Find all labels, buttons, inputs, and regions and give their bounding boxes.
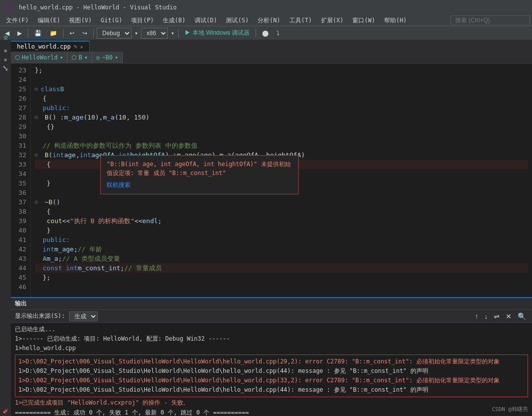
redo-btn[interactable]: ↪ — [79, 29, 90, 38]
tab-label: hello_world.cpp — [17, 43, 70, 50]
nav-member-icon: ⬡ — [71, 54, 76, 61]
nav-scope-dropdown[interactable]: ◎ ~B0 ▾ — [92, 52, 123, 63]
output-source-label: 显示输出来源(S): — [15, 312, 65, 320]
left-sidebar: 器 ⚙ ≡ 🔧 📌 — [0, 40, 11, 416]
step-btn[interactable]: ⤵ — [273, 29, 282, 38]
run-button[interactable]: ▶ 本地 Windows 调试器 — [182, 28, 253, 38]
open-btn[interactable]: 📁 — [47, 29, 60, 38]
menu-test[interactable]: 测试(S) — [222, 15, 253, 26]
solution-explorer-icon[interactable]: 器 — [2, 42, 9, 46]
tab-hello-world[interactable]: hello_world.cpp ✎ ✕ — [11, 41, 90, 52]
menu-project[interactable]: 项目(P) — [127, 15, 158, 26]
output-error-line-4: 1>D:\002_Project\006_Visual_Studio\Hello… — [18, 385, 525, 395]
search-input[interactable] — [451, 15, 530, 25]
sidebar-bottom-icon[interactable]: 📌 — [3, 407, 8, 416]
app-title: hello_world.cpp - HelloWorld - Visual St… — [19, 4, 177, 11]
breakpoint-btn[interactable]: ⬤ — [259, 29, 271, 38]
properties-icon[interactable]: ≡ — [3, 57, 8, 63]
code-line-44: const int m_const_int; // 常量成员 — [35, 263, 528, 273]
code-editor[interactable]: 23 24 25 26 27 28 29 30 31 32 33 34 35 3… — [11, 63, 532, 297]
code-line-46 — [35, 282, 528, 292]
code-line-39: cout << "执行 B 的析构函数" << endl; — [35, 216, 528, 226]
code-line-43: A m_a; // A 类型成员变量 — [35, 254, 528, 263]
error-popup: "B::B(int age, int ageOfA, int heightOfA… — [100, 155, 299, 194]
code-line-41: public: — [35, 235, 528, 244]
menu-tools[interactable]: 工具(T) — [285, 15, 316, 26]
menu-view[interactable]: 视图(V) — [65, 15, 96, 26]
nav-class-dropdown[interactable]: ⬡ HelloWorld ▾ — [11, 52, 67, 63]
nav-icon: ⬡ — [15, 54, 20, 61]
sep2 — [63, 29, 64, 38]
back-btn[interactable]: ◀ — [2, 29, 12, 38]
nav-scope-arrow: ▾ — [115, 54, 118, 61]
menu-file[interactable]: 文件(F) — [2, 15, 33, 26]
sep1 — [28, 29, 28, 38]
output-line-9: ========== 生成: 成功 0 个, 失败 1 个, 最新 0 个, 跳… — [15, 408, 528, 416]
sep3 — [93, 29, 94, 38]
menu-edit[interactable]: 编辑(E) — [34, 15, 65, 26]
output-up-btn[interactable]: ↑ — [473, 312, 480, 321]
code-line-25: ⊟ class B — [35, 84, 528, 94]
output-find-btn[interactable]: 🔍 — [516, 312, 528, 321]
output-toolbar: 显示输出来源(S): 生成 ↑ ↓ ⇌ ✕ 🔍 — [11, 310, 532, 323]
platform-dropdown[interactable]: x86 — [141, 28, 168, 39]
save-btn[interactable]: 💾 — [31, 29, 45, 38]
output-header: 输出 — [11, 298, 532, 310]
menu-window[interactable]: 窗口(W) — [348, 15, 379, 26]
code-line-23: }; — [35, 65, 528, 75]
code-line-40: } — [35, 226, 528, 235]
title-bar: ⬡ hello_world.cpp - HelloWorld - Visual … — [0, 0, 532, 15]
menu-git[interactable]: Git(G) — [97, 16, 126, 25]
output-line-8: 1>已完成生成项目 "HelloWorld.vcxproj" 的操作 - 失败。 — [15, 398, 528, 408]
menu-analyze[interactable]: 分析(N) — [254, 15, 284, 26]
code-line-26: { — [35, 94, 528, 103]
output-error-line-3: 1>D:\002_Project\006_Visual_Studio\Hello… — [18, 376, 525, 385]
tab-close-btn[interactable]: ✕ — [80, 44, 83, 50]
output-source-select[interactable]: 生成 — [69, 311, 98, 321]
menu-build[interactable]: 生成(B) — [159, 15, 190, 26]
output-error-line-1: 1>D:\002_Project\006_Visual_Studio\Hello… — [18, 357, 525, 366]
fold-28[interactable]: ⊟ — [35, 113, 41, 122]
line-numbers: 23 24 25 26 27 28 29 30 31 32 33 34 35 3… — [11, 63, 31, 297]
code-line-24 — [35, 75, 528, 84]
toolbar: ◀ ▶ 💾 📁 ↩ ↪ Debug ▾ x86 ▾ ▶ 本地 Windows 调… — [0, 26, 532, 40]
nav-member-dropdown[interactable]: ⬡ B ▾ — [67, 52, 92, 63]
code-line-28: ⊟ B() : m_age(10), m_a(10, 150) — [35, 113, 528, 122]
menu-extensions[interactable]: 扩展(X) — [317, 15, 348, 26]
online-search-link[interactable]: 联机搜索 — [107, 180, 292, 190]
forward-btn[interactable]: ▶ — [14, 29, 25, 38]
output-wrap-btn[interactable]: ⇌ — [492, 312, 502, 321]
menu-help[interactable]: 帮助(H) — [380, 15, 411, 26]
code-line-42: int m_age; // 年龄 — [35, 244, 528, 254]
fold-37[interactable]: ⊟ — [35, 197, 41, 207]
sep5 — [256, 29, 256, 38]
output-down-btn[interactable]: ↓ — [482, 312, 490, 321]
menu-debug[interactable]: 调试(D) — [191, 15, 221, 26]
code-line-27: public: — [35, 103, 528, 113]
nav-scope-label: ~B0 — [102, 54, 113, 61]
fold-32[interactable]: ⊟ — [35, 150, 41, 160]
code-line-38: { — [35, 207, 528, 216]
error-message: "B::B(int age, int ageOfA, int heightOfA… — [107, 160, 292, 178]
nav-member-label: B — [78, 54, 82, 61]
nav-class-arrow: ▾ — [60, 54, 63, 61]
main-container: 器 ⚙ ≡ 🔧 📌 hello_world.cpp ✎ ✕ ⬡ HelloWor… — [0, 40, 532, 416]
undo-btn[interactable]: ↩ — [66, 29, 77, 38]
sep4 — [178, 29, 179, 38]
fold-25[interactable]: ⊟ — [35, 84, 41, 94]
output-error-box: 1>D:\002_Project\006_Visual_Studio\Hello… — [15, 355, 528, 398]
toolbox-icon[interactable]: 🔧 — [3, 64, 8, 73]
config-dropdown[interactable]: Debug — [97, 28, 132, 39]
code-line-31: // 构造函数中的参数可以作为 参数列表 中的参数值 — [35, 141, 528, 150]
output-clear-btn[interactable]: ✕ — [504, 312, 514, 321]
code-line-37: ⊟ ~B() — [35, 197, 528, 207]
output-line-3: 1>hello_world.cpp — [15, 344, 528, 353]
code-content[interactable]: }; ⊟ class B { public: — [31, 63, 532, 297]
team-explorer-icon[interactable]: ⚙ — [3, 47, 8, 56]
nav-scope-icon: ◎ — [96, 54, 100, 61]
output-error-line-2: 1>D:\002_Project\006_Visual_Studio\Hello… — [18, 366, 525, 376]
vs-logo: ⬡ — [4, 2, 12, 13]
menu-bar: 文件(F) 编辑(E) 视图(V) Git(G) 项目(P) 生成(B) 调试(… — [0, 15, 532, 26]
editor-container: hello_world.cpp ✎ ✕ ⬡ HelloWorld ▾ ⬡ B ▾… — [11, 40, 532, 416]
tab-icon: ✎ — [73, 43, 77, 50]
